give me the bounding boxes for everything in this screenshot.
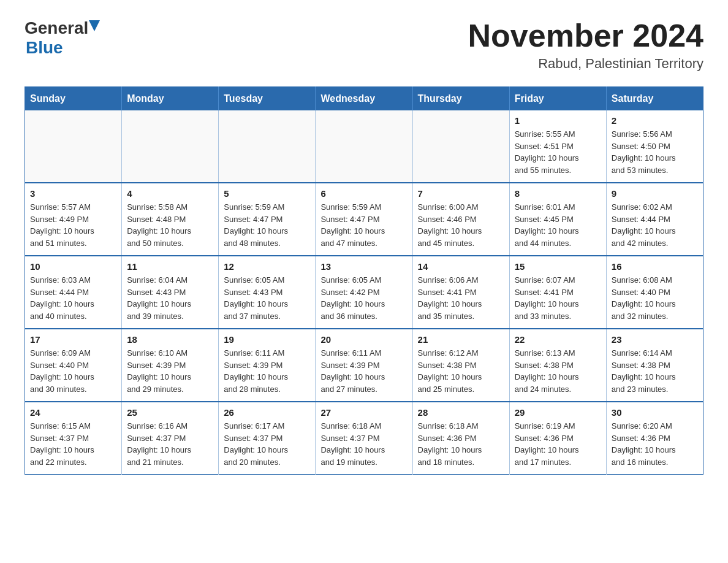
day-number: 11 [127, 261, 213, 272]
day-number: 19 [224, 334, 310, 345]
calendar-week-row: 17Sunrise: 6:09 AM Sunset: 4:40 PM Dayli… [25, 329, 703, 402]
calendar-cell: 11Sunrise: 6:04 AM Sunset: 4:43 PM Dayli… [122, 256, 219, 329]
calendar-cell: 30Sunrise: 6:20 AM Sunset: 4:36 PM Dayli… [606, 402, 703, 475]
calendar-cell: 21Sunrise: 6:12 AM Sunset: 4:38 PM Dayli… [412, 329, 509, 402]
day-number: 13 [320, 261, 407, 272]
calendar-cell: 19Sunrise: 6:11 AM Sunset: 4:39 PM Dayli… [219, 329, 316, 402]
day-number: 7 [418, 188, 504, 199]
day-number: 30 [612, 407, 698, 418]
day-info: Sunrise: 6:13 AM Sunset: 4:38 PM Dayligh… [515, 347, 601, 395]
calendar-cell [316, 110, 412, 183]
day-number: 6 [320, 188, 407, 199]
day-info: Sunrise: 6:11 AM Sunset: 4:39 PM Dayligh… [320, 347, 407, 395]
day-info: Sunrise: 6:06 AM Sunset: 4:41 PM Dayligh… [418, 274, 504, 322]
day-number: 4 [127, 188, 213, 199]
day-info: Sunrise: 6:15 AM Sunset: 4:37 PM Dayligh… [30, 420, 116, 468]
day-number: 14 [418, 261, 504, 272]
day-number: 10 [30, 261, 116, 272]
calendar-cell: 3Sunrise: 5:57 AM Sunset: 4:49 PM Daylig… [25, 183, 122, 256]
calendar-cell: 29Sunrise: 6:19 AM Sunset: 4:36 PM Dayli… [509, 402, 606, 475]
day-number: 18 [127, 334, 213, 345]
day-info: Sunrise: 6:11 AM Sunset: 4:39 PM Dayligh… [224, 347, 310, 395]
day-info: Sunrise: 5:58 AM Sunset: 4:48 PM Dayligh… [127, 201, 213, 249]
calendar-cell: 18Sunrise: 6:10 AM Sunset: 4:39 PM Dayli… [122, 329, 219, 402]
calendar-cell: 27Sunrise: 6:18 AM Sunset: 4:37 PM Dayli… [316, 402, 412, 475]
calendar-cell: 23Sunrise: 6:14 AM Sunset: 4:38 PM Dayli… [606, 329, 703, 402]
calendar-week-row: 3Sunrise: 5:57 AM Sunset: 4:49 PM Daylig… [25, 183, 703, 256]
calendar-cell: 25Sunrise: 6:16 AM Sunset: 4:37 PM Dayli… [122, 402, 219, 475]
calendar-cell: 5Sunrise: 5:59 AM Sunset: 4:47 PM Daylig… [219, 183, 316, 256]
day-info: Sunrise: 6:05 AM Sunset: 4:43 PM Dayligh… [224, 274, 310, 322]
day-info: Sunrise: 6:12 AM Sunset: 4:38 PM Dayligh… [418, 347, 504, 395]
day-info: Sunrise: 6:18 AM Sunset: 4:36 PM Dayligh… [418, 420, 504, 468]
calendar-cell: 24Sunrise: 6:15 AM Sunset: 4:37 PM Dayli… [25, 402, 122, 475]
day-info: Sunrise: 6:10 AM Sunset: 4:39 PM Dayligh… [127, 347, 213, 395]
calendar-cell: 14Sunrise: 6:06 AM Sunset: 4:41 PM Dayli… [412, 256, 509, 329]
logo: General Blue [25, 18, 100, 58]
calendar-cell: 15Sunrise: 6:07 AM Sunset: 4:41 PM Dayli… [509, 256, 606, 329]
day-info: Sunrise: 5:56 AM Sunset: 4:50 PM Dayligh… [612, 128, 698, 176]
calendar-cell: 10Sunrise: 6:03 AM Sunset: 4:44 PM Dayli… [25, 256, 122, 329]
month-title: November 2024 [468, 18, 703, 53]
calendar-cell: 4Sunrise: 5:58 AM Sunset: 4:48 PM Daylig… [122, 183, 219, 256]
calendar-cell: 17Sunrise: 6:09 AM Sunset: 4:40 PM Dayli… [25, 329, 122, 402]
day-info: Sunrise: 5:59 AM Sunset: 4:47 PM Dayligh… [320, 201, 407, 249]
location-subtitle: Rabud, Palestinian Territory [468, 56, 703, 72]
day-number: 9 [612, 188, 698, 199]
calendar-week-row: 1Sunrise: 5:55 AM Sunset: 4:51 PM Daylig… [25, 110, 703, 183]
day-of-week-header: Saturday [606, 87, 703, 111]
calendar-cell: 8Sunrise: 6:01 AM Sunset: 4:45 PM Daylig… [509, 183, 606, 256]
day-number: 12 [224, 261, 310, 272]
calendar-header-row: SundayMondayTuesdayWednesdayThursdayFrid… [25, 87, 703, 111]
calendar-cell: 1Sunrise: 5:55 AM Sunset: 4:51 PM Daylig… [509, 110, 606, 183]
day-info: Sunrise: 6:20 AM Sunset: 4:36 PM Dayligh… [612, 420, 698, 468]
calendar-cell [122, 110, 219, 183]
calendar-week-row: 10Sunrise: 6:03 AM Sunset: 4:44 PM Dayli… [25, 256, 703, 329]
day-number: 26 [224, 407, 310, 418]
day-of-week-header: Tuesday [219, 87, 316, 111]
day-info: Sunrise: 6:00 AM Sunset: 4:46 PM Dayligh… [418, 201, 504, 249]
logo-blue-text: Blue [26, 38, 63, 58]
calendar-cell: 13Sunrise: 6:05 AM Sunset: 4:42 PM Dayli… [316, 256, 412, 329]
day-info: Sunrise: 6:08 AM Sunset: 4:40 PM Dayligh… [612, 274, 698, 322]
day-number: 21 [418, 334, 504, 345]
day-info: Sunrise: 6:02 AM Sunset: 4:44 PM Dayligh… [612, 201, 698, 249]
day-number: 8 [515, 188, 601, 199]
calendar-cell [219, 110, 316, 183]
day-number: 3 [30, 188, 116, 199]
calendar-cell [412, 110, 509, 183]
logo-general-text: General [25, 18, 88, 38]
day-number: 29 [515, 407, 601, 418]
logo-general: General [25, 18, 100, 38]
day-number: 28 [418, 407, 504, 418]
day-info: Sunrise: 6:18 AM Sunset: 4:37 PM Dayligh… [320, 420, 407, 468]
calendar-cell: 22Sunrise: 6:13 AM Sunset: 4:38 PM Dayli… [509, 329, 606, 402]
day-number: 20 [320, 334, 407, 345]
day-info: Sunrise: 6:17 AM Sunset: 4:37 PM Dayligh… [224, 420, 310, 468]
logo-triangle-icon [89, 20, 100, 31]
calendar-cell: 7Sunrise: 6:00 AM Sunset: 4:46 PM Daylig… [412, 183, 509, 256]
day-number: 24 [30, 407, 116, 418]
day-of-week-header: Wednesday [316, 87, 412, 111]
day-info: Sunrise: 6:01 AM Sunset: 4:45 PM Dayligh… [515, 201, 601, 249]
day-number: 16 [612, 261, 698, 272]
calendar-cell: 9Sunrise: 6:02 AM Sunset: 4:44 PM Daylig… [606, 183, 703, 256]
day-info: Sunrise: 5:57 AM Sunset: 4:49 PM Dayligh… [30, 201, 116, 249]
calendar-cell: 16Sunrise: 6:08 AM Sunset: 4:40 PM Dayli… [606, 256, 703, 329]
day-info: Sunrise: 6:04 AM Sunset: 4:43 PM Dayligh… [127, 274, 213, 322]
day-info: Sunrise: 6:19 AM Sunset: 4:36 PM Dayligh… [515, 420, 601, 468]
day-of-week-header: Sunday [25, 87, 122, 111]
day-info: Sunrise: 6:14 AM Sunset: 4:38 PM Dayligh… [612, 347, 698, 395]
day-of-week-header: Thursday [412, 87, 509, 111]
day-number: 17 [30, 334, 116, 345]
calendar-cell: 28Sunrise: 6:18 AM Sunset: 4:36 PM Dayli… [412, 402, 509, 475]
day-of-week-header: Friday [509, 87, 606, 111]
day-info: Sunrise: 6:16 AM Sunset: 4:37 PM Dayligh… [127, 420, 213, 468]
day-number: 5 [224, 188, 310, 199]
day-info: Sunrise: 6:03 AM Sunset: 4:44 PM Dayligh… [30, 274, 116, 322]
calendar-table: SundayMondayTuesdayWednesdayThursdayFrid… [25, 86, 703, 475]
calendar-cell [25, 110, 122, 183]
calendar-cell: 26Sunrise: 6:17 AM Sunset: 4:37 PM Dayli… [219, 402, 316, 475]
day-number: 2 [612, 115, 698, 126]
day-info: Sunrise: 6:07 AM Sunset: 4:41 PM Dayligh… [515, 274, 601, 322]
